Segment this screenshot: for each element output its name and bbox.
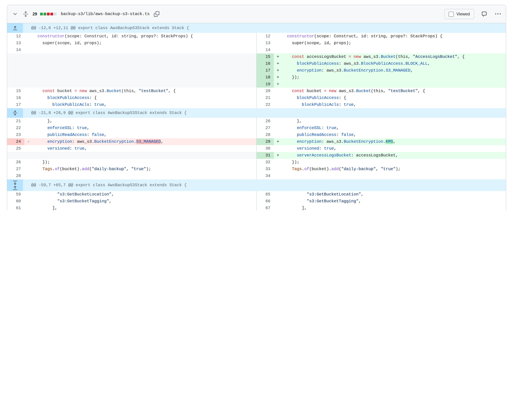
code-text: }); (282, 74, 506, 81)
line-number[interactable]: 61 (7, 205, 24, 210)
old-line: 21 }, (7, 118, 256, 125)
copy-icon (154, 11, 159, 17)
line-number[interactable]: 21 (257, 94, 274, 101)
line-number[interactable]: 22 (7, 125, 24, 131)
line-number[interactable]: 65 (257, 191, 274, 198)
line-number[interactable]: 15 (7, 88, 24, 94)
new-line: 29+ encryption: aws_s3.BucketEncryption.… (256, 138, 506, 145)
old-line: 59 "s3:GetBucketLocation", (7, 191, 256, 198)
new-line: 19+ (256, 81, 506, 88)
line-number[interactable]: 13 (257, 40, 274, 46)
viewed-button[interactable]: Viewed (444, 9, 474, 19)
line-number[interactable]: 31 (257, 152, 274, 159)
code-text: "s3:GetBucketLocation", (32, 191, 256, 198)
diff-marker (274, 118, 282, 125)
file-options-button[interactable] (494, 10, 502, 18)
new-line: 31+ serverAccessLogsBucket: accessLogsBu… (256, 152, 506, 159)
diff-marker: + (274, 53, 282, 60)
line-number[interactable]: 23 (7, 131, 24, 138)
line-number[interactable]: 26 (257, 118, 274, 125)
diff-row: 2834 (7, 172, 506, 179)
code-text: }, (32, 118, 256, 125)
diff-marker (274, 145, 282, 152)
new-line: 15+ const accessLogsBucket = new aws_s3.… (256, 53, 506, 60)
copy-path-button[interactable] (153, 10, 160, 18)
diff-marker (274, 172, 282, 179)
line-number[interactable]: 26 (7, 159, 24, 166)
comment-button[interactable] (481, 10, 488, 18)
code-text: blockPublicAccess: { (282, 94, 506, 101)
new-line: 16+ blockPublicAccess: aws_s3.BlockPubli… (256, 60, 506, 67)
old-line: 26 }); (7, 159, 256, 166)
line-number[interactable]: 14 (257, 46, 274, 53)
code-text: super(scope, id, props); (282, 40, 506, 46)
code-text (282, 46, 506, 53)
expand-hunk-button[interactable] (7, 179, 23, 191)
line-number[interactable]: 13 (7, 40, 24, 46)
line-number[interactable]: 16 (7, 94, 24, 101)
line-number[interactable]: 14 (7, 46, 24, 53)
line-number[interactable]: 67 (257, 205, 274, 210)
line-number[interactable]: 15 (257, 53, 274, 60)
diff-row: 21 },26 }, (7, 118, 506, 125)
diff-marker (274, 159, 282, 166)
file-header-right: Viewed (444, 9, 502, 19)
code-text: blockPublicAcls: true, (32, 101, 256, 108)
diff-row: 22 enforceSSL: true,27 enforceSSL: true, (7, 125, 506, 131)
line-number[interactable]: 17 (7, 101, 24, 108)
diff-marker: + (274, 152, 282, 159)
line-number[interactable]: 28 (257, 131, 274, 138)
diff-marker: + (274, 60, 282, 67)
line-number[interactable]: 24 (7, 138, 24, 145)
line-number[interactable]: 27 (257, 125, 274, 131)
line-number[interactable]: 25 (7, 145, 24, 152)
code-text: blockPublicAccess: { (32, 94, 256, 101)
line-number[interactable]: 12 (257, 33, 274, 40)
hunk-header-text: @@ -59,7 +65,7 @@ export class AwsBackup… (23, 179, 187, 191)
diff-row: 60 "s3:GetBucketTagging",66 "s3:GetBucke… (7, 198, 506, 205)
line-number[interactable]: 16 (257, 60, 274, 67)
diffstat-square-add (44, 13, 47, 15)
code-text: blockPublicAcls: true, (282, 101, 506, 108)
line-number[interactable]: 20 (257, 88, 274, 94)
code-text: const accessLogsBucket = new aws_s3.Buck… (282, 53, 506, 60)
diffstat-square-add (40, 13, 43, 15)
diff-marker (274, 205, 282, 210)
line-number[interactable]: 32 (257, 159, 274, 166)
code-text: "s3:GetBucketTagging", (32, 198, 256, 205)
diff-row: 18+ }); (7, 74, 506, 81)
line-number[interactable]: 29 (257, 138, 274, 145)
hunk-header-row: @@ -59,7 +65,7 @@ export class AwsBackup… (7, 179, 506, 191)
line-number[interactable]: 30 (257, 145, 274, 152)
line-number[interactable]: 60 (7, 198, 24, 205)
expand-all-button[interactable] (22, 10, 30, 18)
collapse-file-button[interactable] (11, 10, 19, 18)
line-number[interactable]: 27 (7, 166, 24, 172)
changes-count: 29 (32, 12, 37, 16)
expand-hunk-button[interactable] (7, 108, 23, 118)
line-number[interactable]: 34 (257, 172, 274, 179)
diff-row: 25 versioned: true,30 versioned: true, (7, 145, 506, 152)
line-number[interactable]: 21 (7, 118, 24, 125)
diffstat-square-del (47, 13, 50, 15)
new-line: 21 blockPublicAccess: { (256, 94, 506, 101)
line-number[interactable]: 18 (257, 74, 274, 81)
new-line: 32 }); (256, 159, 506, 166)
line-number[interactable]: 28 (7, 172, 24, 179)
unfold-icon (23, 11, 28, 17)
hunk-header-row: @@ -12,6 +12,11 @@ export class AwsBacku… (7, 23, 506, 33)
line-number[interactable]: 17 (257, 67, 274, 74)
line-number[interactable]: 66 (257, 198, 274, 205)
line-number[interactable]: 12 (7, 33, 24, 40)
line-number[interactable]: 33 (257, 166, 274, 172)
diff-row: 17 blockPublicAcls: true,22 blockPublicA… (7, 101, 506, 108)
diff-marker (24, 191, 32, 198)
file-header: 29 backup-s3/lib/aws-backup-s3-stack.ts … (7, 5, 506, 23)
line-number[interactable]: 19 (257, 81, 274, 88)
expand-hunk-button[interactable] (7, 23, 23, 33)
line-number[interactable]: 59 (7, 191, 24, 198)
new-line: 27 enforceSSL: true, (256, 125, 506, 131)
old-line: 25 versioned: true, (7, 145, 256, 152)
viewed-checkbox[interactable] (449, 11, 454, 17)
line-number[interactable]: 22 (257, 101, 274, 108)
